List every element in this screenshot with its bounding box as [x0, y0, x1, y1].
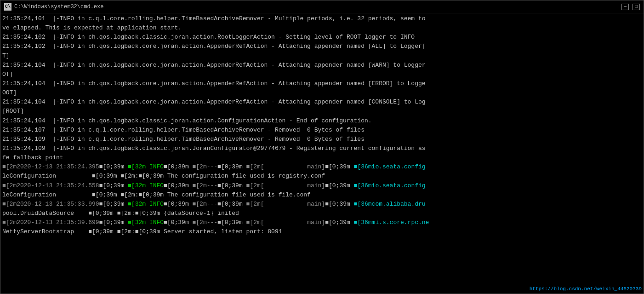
- console-line: leConfiguration ■[0;39m ■[2m:■[0;39m The…: [2, 190, 642, 200]
- window-title: C:\Windows\system32\cmd.exe: [14, 4, 103, 10]
- console-line: 21:35:24,109 |-INFO in ch.qos.logback.cl…: [2, 144, 642, 153]
- console-line: 21:35:24,104 |-INFO in ch.qos.logback.cl…: [2, 116, 642, 126]
- console-line: ■[2m2020-12-13 21:35:24.558■[0;39m ■[32m…: [2, 181, 642, 190]
- console-line: [ROOT]: [2, 107, 642, 116]
- console-line: ■[2m2020-12-13 21:35:24.395■[0;39m ■[32m…: [2, 162, 642, 172]
- console-line: NettyServerBootstrap ■[0;39m ■[2m:■[0;39…: [2, 227, 642, 236]
- console-output: 21:35:24,101 |-INFO in c.q.l.core.rollin…: [0, 13, 644, 294]
- console-line: 21:35:24,104 |-INFO in ch.qos.logback.co…: [2, 98, 642, 107]
- maximize-button[interactable]: □: [633, 4, 640, 10]
- window-controls[interactable]: — □: [621, 4, 640, 10]
- cmd-icon: C\: [4, 3, 11, 11]
- console-line: fe fallback point: [2, 153, 642, 162]
- console-line: ■[2m2020-12-13 21:35:33.990■[0;39m ■[32m…: [2, 200, 642, 209]
- title-bar-left: C\ C:\Windows\system32\cmd.exe: [4, 3, 103, 11]
- title-bar: C\ C:\Windows\system32\cmd.exe — □: [0, 0, 644, 13]
- console-line: pool.DruidDataSource ■[0;39m ■[2m:■[0;39…: [2, 209, 642, 218]
- console-line: 21:35:24,107 |-INFO in c.q.l.core.rollin…: [2, 126, 642, 135]
- console-line: leConfiguration ■[0;39m ■[2m:■[0;39m The…: [2, 172, 642, 181]
- watermark-link[interactable]: https://blog.csdn.net/weixin_44520739: [530, 286, 642, 292]
- console-line: T]: [2, 52, 642, 61]
- console-line: 21:35:24,104 |-INFO in ch.qos.logback.co…: [2, 79, 642, 88]
- console-line: 21:35:24,102 |-INFO in ch.qos.logback.co…: [2, 42, 642, 51]
- console-line: 21:35:24,102 |-INFO in ch.qos.logback.cl…: [2, 33, 642, 42]
- cmd-window: C\ C:\Windows\system32\cmd.exe — □ 21:35…: [0, 0, 644, 294]
- console-line: 21:35:24,101 |-INFO in c.q.l.core.rollin…: [2, 14, 642, 23]
- minimize-button[interactable]: —: [621, 4, 629, 10]
- console-line: ■[2m2020-12-13 21:35:39.699■[0;39m ■[32m…: [2, 218, 642, 227]
- console-line: 21:35:24,104 |-INFO in ch.qos.logback.co…: [2, 61, 642, 70]
- console-line: ve elapsed. This is expected at applicat…: [2, 23, 642, 33]
- console-line: 21:35:24,109 |-INFO in c.q.l.core.rollin…: [2, 135, 642, 144]
- console-line: OT]: [2, 70, 642, 79]
- console-line: OOT]: [2, 88, 642, 98]
